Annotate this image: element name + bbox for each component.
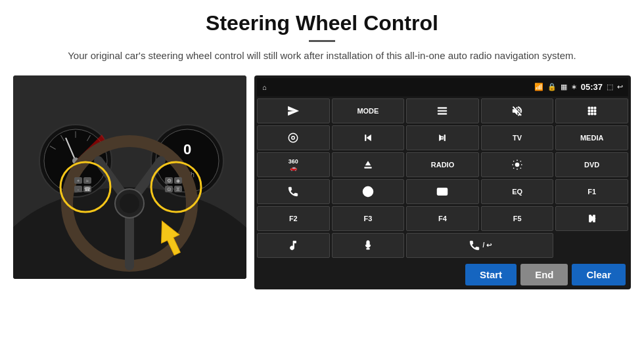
tv-button[interactable]: TV (481, 125, 554, 150)
f2-button[interactable]: F2 (257, 206, 330, 231)
svg-point-41 (289, 133, 298, 142)
f3-button[interactable]: F3 (332, 206, 405, 231)
window-icon: ⬚ (607, 83, 613, 91)
wifi-icon: 📶 (534, 83, 543, 91)
playpause-button[interactable] (555, 206, 628, 231)
mute-button[interactable] (481, 98, 554, 123)
screen-button[interactable] (406, 179, 479, 204)
lock-icon: 🔒 (547, 83, 557, 91)
steering-wheel-image: km/h 0 + ≈ - ☎ (13, 75, 246, 279)
svg-point-40 (292, 136, 295, 139)
settings-button[interactable] (257, 125, 330, 150)
home-icon[interactable]: ⌂ (262, 83, 267, 91)
svg-point-42 (515, 163, 519, 167)
svg-text:☎: ☎ (84, 186, 91, 192)
svg-text:0: 0 (183, 141, 191, 158)
end-button[interactable]: End (520, 264, 568, 285)
mic-button[interactable] (332, 233, 405, 258)
button-grid: MODE TV MEDIA 360🚗 (257, 98, 628, 258)
svg-text:⚙: ⚙ (167, 178, 172, 184)
media-button[interactable]: MEDIA (555, 125, 628, 150)
list-button[interactable] (406, 98, 479, 123)
svg-text:◈: ◈ (176, 178, 181, 184)
sd-icon: ▦ (561, 83, 567, 91)
brightness-button[interactable] (481, 152, 554, 177)
eq-button[interactable]: EQ (481, 179, 554, 204)
prev-button[interactable] (332, 125, 405, 150)
bottom-bar: Start End Clear (257, 261, 628, 287)
f4-button[interactable]: F4 (406, 206, 479, 231)
cam360-button[interactable]: 360🚗 (257, 152, 330, 177)
mode-button[interactable]: MODE (332, 98, 405, 123)
send-button[interactable] (257, 98, 330, 123)
svg-text:+: + (77, 178, 80, 183)
phone-end-button[interactable]: / ↩ (406, 233, 553, 258)
dvd-button[interactable]: DVD (555, 152, 628, 177)
page-subtitle: Your original car's steering wheel contr… (26, 49, 618, 64)
browse-button[interactable] (332, 179, 405, 204)
radio-button[interactable]: RADIO (406, 152, 479, 177)
svg-rect-44 (438, 188, 448, 195)
apps-button[interactable] (555, 98, 628, 123)
title-divider (309, 40, 335, 42)
f5-button[interactable]: F5 (481, 206, 554, 231)
eject-button[interactable] (332, 152, 405, 177)
start-button[interactable]: Start (465, 264, 517, 285)
page-title: Steering Wheel Control (26, 12, 618, 35)
phone-button[interactable] (257, 179, 330, 204)
music-button[interactable] (257, 233, 330, 258)
svg-text:≈: ≈ (86, 178, 89, 183)
bluetooth-icon: ∗ (571, 83, 577, 91)
page-header: Steering Wheel Control Your original car… (0, 0, 644, 70)
svg-point-20 (120, 194, 139, 213)
clear-button[interactable]: Clear (572, 264, 626, 285)
back-icon[interactable]: ↩ (617, 83, 623, 91)
f1-button[interactable]: F1 (555, 179, 628, 204)
svg-text:⧖: ⧖ (176, 186, 180, 192)
status-bar: ⌂ 📶 🔒 ▦ ∗ 05:37 ⬚ ↩ (257, 78, 628, 96)
status-time: 05:37 (581, 82, 603, 92)
control-panel: ⌂ 📶 🔒 ▦ ∗ 05:37 ⬚ ↩ MODE (254, 75, 631, 289)
next-button[interactable] (406, 125, 479, 150)
svg-text:⊙: ⊙ (167, 186, 172, 192)
